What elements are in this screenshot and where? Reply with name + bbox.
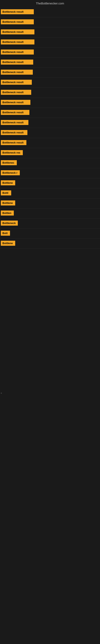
bottleneck-row: Bottleneck: [0, 218, 100, 228]
bottleneck-row: Bottleneck res: [0, 148, 100, 158]
bottleneck-row: Bottleneck result: [0, 17, 100, 27]
bottleneck-bar: Bottleneck result: [1, 50, 34, 54]
bottleneck-bar: Bottlene: [1, 180, 15, 185]
site-title-container: TheBottlenecker.com: [0, 0, 100, 7]
small-label: o: [0, 393, 2, 394]
bottleneck-bar: Bottleneck result: [1, 120, 28, 125]
bottleneck-bar: Bottleneck result: [1, 110, 29, 115]
bottleneck-bar: Bottleneck result: [1, 100, 30, 105]
rows-container: Bottleneck resultBottleneck resultBottle…: [0, 7, 100, 249]
site-title: TheBottlenecker.com: [36, 2, 64, 5]
bottleneck-row: Bottlene: [0, 198, 100, 208]
bottleneck-bar: Bottleneck result: [1, 9, 34, 14]
bottleneck-bar: Bottleneck result: [1, 130, 27, 135]
bottleneck-bar: Bottleneck result: [1, 80, 32, 85]
bottleneck-row: Bottleneck result: [0, 98, 100, 108]
bottleneck-row: Bottleneck result: [0, 78, 100, 88]
bottleneck-row: Bottleneck result: [0, 38, 100, 48]
bottleneck-bar: Bottleneck result: [1, 30, 34, 34]
bottleneck-bar: Bottleneck result: [1, 60, 33, 64]
bottleneck-row: Bottleneck result: [0, 108, 100, 118]
bottleneck-row: Bottleneck result: [0, 7, 100, 17]
bottleneck-row: Bottleneck result: [0, 68, 100, 78]
bottleneck-bar: Bottleneck result: [1, 90, 31, 95]
bottleneck-bar: Bottleneck: [1, 220, 18, 226]
bottleneck-row: Bott: [0, 228, 100, 239]
bottleneck-bar: Bottleneck result: [1, 40, 34, 44]
bottleneck-bar: Bottleneck result: [1, 140, 26, 145]
empty-space: o: [0, 249, 100, 470]
bottleneck-bar: Bott: [1, 231, 10, 236]
bottleneck-row: Bottleneck r: [0, 168, 100, 178]
bottleneck-bar: Bottleneck result: [1, 19, 34, 24]
bottleneck-row: Bottl: [0, 188, 100, 198]
bottleneck-bar: Bottleneck result: [1, 70, 33, 75]
bottleneck-row: Bottlene: [0, 239, 100, 249]
bottleneck-row: Bottlen: [0, 208, 100, 218]
bottleneck-row: Bottleneck result: [0, 128, 100, 138]
bottleneck-bar: Bottleneck res: [1, 150, 23, 155]
bottleneck-bar: Bottl: [1, 190, 11, 196]
bottleneck-row: Bottleneck result: [0, 58, 100, 68]
bottleneck-row: Bottleneck result: [0, 88, 100, 98]
bottleneck-bar: Bottleneck r: [1, 170, 20, 175]
bottleneck-row: Bottleneck result: [0, 48, 100, 58]
bottleneck-row: Bottleneck result: [0, 118, 100, 128]
bottleneck-bar: Bottlene: [1, 200, 15, 206]
bottleneck-row: Bottleneck result: [0, 27, 100, 38]
bottleneck-bar: Bottlenec: [1, 160, 17, 165]
bottleneck-row: Bottleneck result: [0, 138, 100, 148]
bottleneck-bar: Bottlene: [1, 241, 15, 246]
bottleneck-row: Bottlene: [0, 178, 100, 188]
bottleneck-row: Bottlenec: [0, 158, 100, 168]
bottleneck-bar: Bottlen: [1, 210, 14, 216]
